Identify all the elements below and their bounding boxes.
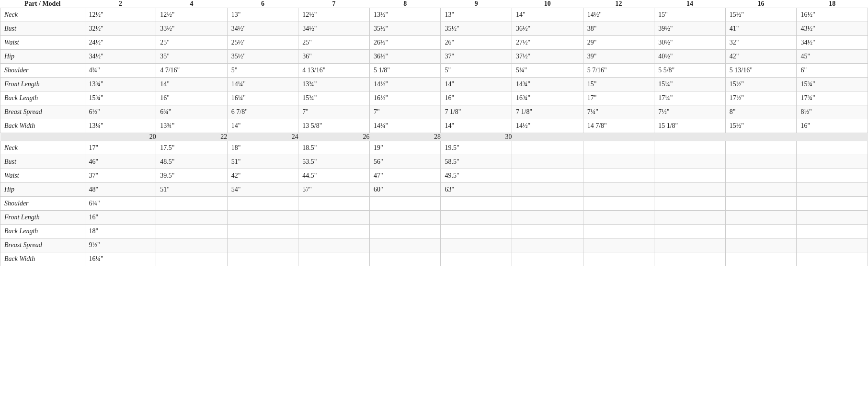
size-value [583, 211, 654, 225]
size-value [797, 155, 868, 169]
size-value: 17½" [725, 91, 797, 105]
size-value: 16½" [369, 91, 441, 105]
size-value: 49.5" [441, 169, 512, 183]
size-value: 34½" [797, 36, 868, 50]
size-value: 5" [441, 64, 512, 78]
part-label: Back Width [0, 252, 85, 266]
size-value [725, 211, 797, 225]
size-value: 12½" [85, 8, 156, 22]
size-value [654, 155, 726, 169]
size-value: 37" [441, 50, 512, 64]
size-value: 51" [227, 155, 298, 169]
part-label: Waist [0, 36, 85, 50]
size-value [583, 252, 654, 266]
size-header- [512, 133, 583, 141]
size-value [156, 211, 228, 225]
size-value: 4 13/16" [298, 64, 370, 78]
size-value: 37" [85, 169, 156, 183]
size-value: 17" [85, 141, 156, 155]
size-header- [725, 133, 797, 141]
size-value: 16" [156, 91, 228, 105]
part-label: Front Length [0, 78, 85, 91]
size-value: 8" [725, 105, 797, 119]
size-value [654, 169, 726, 183]
size-value [512, 252, 583, 266]
size-value: 40½" [654, 50, 726, 64]
size-value [654, 252, 726, 266]
size-value: 32" [725, 36, 797, 50]
size-value [797, 169, 868, 183]
size-value: 7 1/8" [441, 105, 512, 119]
part-label: Front Length [0, 211, 85, 225]
size-value: 5 1/8" [369, 64, 441, 78]
size-chart-container: Part / Model2467891012141618Neck12½"12½"… [0, 0, 868, 266]
size-value: 35½" [227, 50, 298, 64]
size-value: 26½" [369, 36, 441, 50]
size-value: 26" [441, 36, 512, 50]
size-value: 8½" [797, 105, 868, 119]
size-value: 39½" [654, 22, 726, 36]
size-value: 15¾" [298, 91, 370, 105]
size-value [725, 252, 797, 266]
size-value [583, 155, 654, 169]
size-value: 34½" [298, 22, 370, 36]
size-value: 14¼" [369, 119, 441, 133]
size-value: 25½" [227, 36, 298, 50]
size-value: 16" [85, 211, 156, 225]
part-label: Bust [0, 155, 85, 169]
size-value: 16½" [797, 8, 868, 22]
size-header-4: 4 [156, 0, 228, 8]
size-value [512, 141, 583, 155]
size-value [654, 197, 726, 211]
size-value: 24½" [85, 36, 156, 50]
size-value: 41" [725, 22, 797, 36]
size-value: 14" [441, 119, 512, 133]
size-value [227, 238, 298, 252]
size-value: 16" [441, 91, 512, 105]
size-value: 15¾" [797, 78, 868, 91]
size-value: 39" [583, 50, 654, 64]
size-value: 14" [441, 78, 512, 91]
size-value [725, 225, 797, 238]
size-value [512, 183, 583, 197]
size-value [725, 169, 797, 183]
size-value [441, 211, 512, 225]
size-value: 15" [654, 8, 726, 22]
size-value [512, 197, 583, 211]
size-value: 60" [369, 183, 441, 197]
size-value: 7" [298, 105, 370, 119]
part-label: Bust [0, 22, 85, 36]
size-value: 13 5/8" [298, 119, 370, 133]
size-value: 51" [156, 183, 228, 197]
part-label: Back Width [0, 119, 85, 133]
size-value: 15 1/8" [654, 119, 726, 133]
size-value: 5 5/8" [654, 64, 726, 78]
part-label: Hip [0, 50, 85, 64]
size-value [797, 225, 868, 238]
size-value: 14½" [512, 119, 583, 133]
size-value: 15½" [725, 119, 797, 133]
size-header-22: 22 [156, 133, 228, 141]
size-value: 18.5" [298, 141, 370, 155]
size-value: 14½" [369, 78, 441, 91]
size-value: 19" [369, 141, 441, 155]
size-value [512, 169, 583, 183]
size-value: 15½" [725, 78, 797, 91]
size-value: 14" [512, 8, 583, 22]
size-value: 35½" [441, 22, 512, 36]
size-value [583, 141, 654, 155]
size-value: 43½" [797, 22, 868, 36]
part-label: Hip [0, 183, 85, 197]
size-value [583, 225, 654, 238]
size-value [512, 225, 583, 238]
size-value [725, 155, 797, 169]
size-header-10: 10 [512, 0, 583, 8]
size-value: 15¾" [85, 91, 156, 105]
size-header-16: 16 [725, 0, 797, 8]
size-value: 13¾" [85, 78, 156, 91]
size-value: 6" [797, 64, 868, 78]
size-value [441, 225, 512, 238]
size-value [512, 238, 583, 252]
size-header- [797, 133, 868, 141]
size-value [298, 211, 370, 225]
